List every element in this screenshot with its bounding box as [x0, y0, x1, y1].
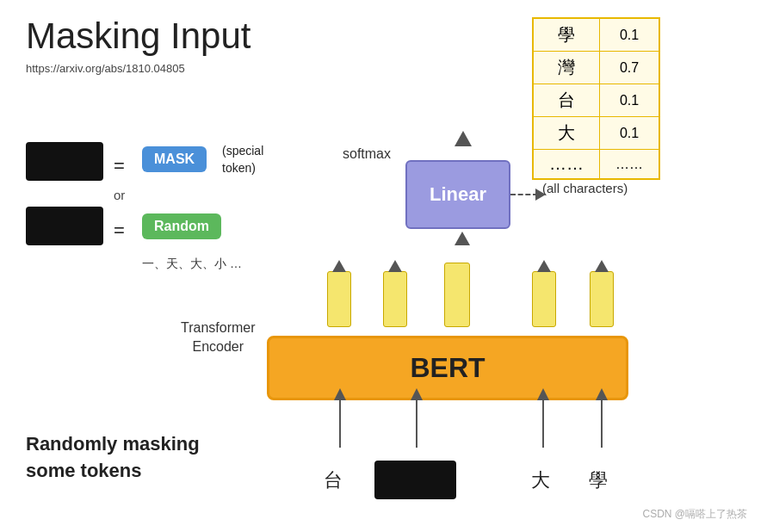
arrow-tai — [334, 388, 346, 400]
transformer-encoder-label: TransformerEncoder — [181, 319, 256, 357]
embedding-vector-5 — [590, 271, 614, 327]
embedding-vector-2 — [383, 271, 407, 327]
random-badge: Random — [142, 213, 221, 239]
bottom-caption: Randomly maskingsome tokens — [26, 431, 200, 485]
page-title: Masking Input — [26, 15, 250, 57]
vocab-table: 學0.1灣0.7台0.1大0.1………… — [532, 17, 660, 180]
softmax-arrow — [455, 131, 472, 146]
input-masked-token — [374, 461, 456, 499]
special-token-text: (specialtoken) — [222, 143, 263, 176]
random-black-box — [26, 207, 103, 245]
arrow-emb4-bert — [537, 260, 551, 272]
equals-sign-2: = — [114, 220, 125, 242]
or-text: or — [114, 188, 125, 202]
mask-black-box — [26, 142, 103, 181]
arrow-emb2-bert — [388, 260, 402, 272]
bert-box: BERT — [267, 336, 628, 400]
embedding-vector-center — [444, 263, 470, 327]
arrow-masked — [411, 388, 423, 400]
dotted-arrow-to-table — [510, 194, 538, 195]
connector-tai — [339, 400, 341, 448]
input-token-da: 大 — [531, 467, 550, 493]
arrow-da — [537, 388, 549, 400]
connector-xue — [601, 400, 603, 448]
embedding-vector-4 — [532, 271, 556, 327]
subtitle-link: https://arxiv.org/abs/1810.04805 — [26, 62, 185, 75]
connector-masked — [416, 400, 417, 448]
arrow-emb-linear — [455, 232, 470, 245]
all-chars-label: (all characters) — [542, 181, 628, 195]
arrow-emb1-bert — [332, 260, 346, 272]
softmax-label: softmax — [343, 146, 391, 162]
arrow-xue — [596, 388, 608, 400]
equals-sign-1: = — [114, 155, 125, 177]
main-container: Masking Input https://arxiv.org/abs/1810… — [0, 0, 773, 532]
input-token-tai: 台 — [324, 467, 343, 493]
linear-box: Linear — [405, 160, 510, 229]
input-token-xue: 學 — [589, 467, 608, 493]
embedding-vector-1 — [327, 271, 351, 327]
connector-da — [542, 400, 544, 448]
mask-badge: MASK — [142, 146, 207, 172]
random-chars: 一、天、大、小 … — [142, 257, 242, 272]
watermark: CSDN @嗝嗒上了热茶 — [642, 507, 747, 522]
arrow-emb5-bert — [595, 260, 609, 272]
